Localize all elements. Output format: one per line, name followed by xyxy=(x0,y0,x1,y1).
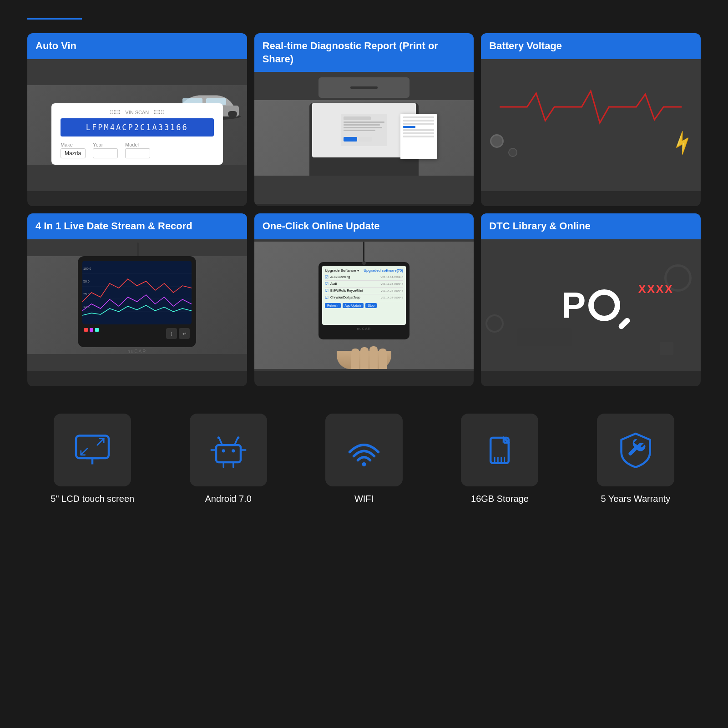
auto-vin-image: ⠿⠿⠿ VIN SCAN ⠿⠿⠿ LFPM4ACP2C1A33166 Make … xyxy=(27,59,247,191)
svg-point-32 xyxy=(237,436,239,439)
svg-line-26 xyxy=(81,448,87,455)
svg-rect-12 xyxy=(344,137,357,142)
ecg-line xyxy=(481,89,701,125)
android-label: Android 7.0 xyxy=(205,494,251,504)
svg-line-27 xyxy=(97,439,104,445)
vin-scan-label: ⠿⠿⠿ VIN SCAN ⠿⠿⠿ xyxy=(61,110,213,116)
svg-rect-3 xyxy=(228,111,237,117)
svg-rect-13 xyxy=(359,137,372,142)
svg-text:50.0: 50.0 xyxy=(83,280,90,283)
svg-rect-28 xyxy=(216,445,241,462)
shield-icon xyxy=(615,430,656,470)
svg-rect-14 xyxy=(82,261,192,324)
svg-rect-8 xyxy=(344,121,384,123)
svg-text:25.0: 25.0 xyxy=(83,293,90,296)
update-label: One-Click Online Update xyxy=(254,213,474,239)
bottom-feature-wifi: WIFI xyxy=(299,414,429,504)
warranty-label: 5 Years Warranty xyxy=(601,494,670,504)
feature-card-update: One-Click Online Update Upgrade Software… xyxy=(254,213,474,386)
android-icon xyxy=(208,430,249,470)
storage-icon xyxy=(479,430,520,470)
svg-text:12.5: 12.5 xyxy=(83,305,90,308)
vin-fields: Make Mazda Year Model xyxy=(61,142,213,158)
bottom-features: 5" LCD touch screen xyxy=(27,404,701,513)
bottom-feature-storage: 16GB Storage xyxy=(435,414,565,504)
auto-vin-label: Auto Vin xyxy=(27,33,247,59)
svg-rect-40 xyxy=(491,438,509,463)
warranty-icon-box xyxy=(597,414,674,486)
vin-number: LFPM4ACP2C1A33166 xyxy=(61,118,213,136)
bottom-feature-warranty: 5 Years Warranty xyxy=(571,414,701,504)
dtc-image: P XXXX xyxy=(481,239,701,371)
battery-image: ⚡ xyxy=(481,59,701,191)
android-icon-box xyxy=(190,414,267,486)
decorative-line xyxy=(27,18,82,20)
feature-card-livestream: 4 In 1 Live Date Stream & Record xyxy=(27,213,247,386)
svg-text:100.0: 100.0 xyxy=(83,267,91,270)
wifi-label: WIFI xyxy=(354,494,374,504)
svg-rect-11 xyxy=(344,130,375,131)
update-image: Upgrade Software ● Upgraded software(75)… xyxy=(254,239,474,371)
svg-rect-7 xyxy=(344,116,371,120)
feature-card-diagnostic: Real-time Diagnostic Report (Print or Sh… xyxy=(254,33,474,206)
livestream-label: 4 In 1 Live Date Stream & Record xyxy=(27,213,247,239)
feature-card-dtc: DTC Library & Online P xyxy=(481,213,701,386)
features-grid: Auto Vin ⠿⠿⠿ VIN SCAN ⠿⠿⠿ xyxy=(27,33,701,386)
storage-icon-box xyxy=(461,414,538,486)
vin-panel: ⠿⠿⠿ VIN SCAN ⠿⠿⠿ LFPM4ACP2C1A33166 Make … xyxy=(51,103,222,165)
diagnostic-image xyxy=(254,72,474,204)
screen-icon xyxy=(72,430,113,470)
wifi-icon-box xyxy=(325,414,403,486)
feature-card-auto-vin: Auto Vin ⠿⠿⠿ VIN SCAN ⠿⠿⠿ xyxy=(27,33,247,206)
storage-label: 16GB Storage xyxy=(471,494,529,504)
svg-point-30 xyxy=(217,436,219,439)
svg-rect-10 xyxy=(344,127,382,128)
dtc-code-mask: XXXX xyxy=(638,282,673,296)
bottom-feature-android: Android 7.0 xyxy=(163,414,293,504)
data-graph: 100.0 50.0 25.0 12.5 xyxy=(82,261,192,324)
livestream-image: 100.0 50.0 25.0 12.5 xyxy=(27,239,247,371)
lcd-label: 5" LCD touch screen xyxy=(51,494,134,504)
magnifier-icon xyxy=(588,289,620,321)
battery-label: Battery Voltage xyxy=(481,33,701,59)
bottom-feature-lcd: 5" LCD touch screen xyxy=(27,414,157,504)
wifi-icon xyxy=(344,430,384,470)
dtc-label: DTC Library & Online xyxy=(481,213,701,239)
svg-point-34 xyxy=(232,449,235,452)
lcd-icon-box xyxy=(54,414,131,486)
feature-card-battery: Battery Voltage ⚡ xyxy=(481,33,701,206)
svg-point-39 xyxy=(362,462,366,466)
svg-rect-9 xyxy=(344,124,380,126)
svg-point-33 xyxy=(222,449,225,452)
diagnostic-label: Real-time Diagnostic Report (Print or Sh… xyxy=(254,33,474,72)
